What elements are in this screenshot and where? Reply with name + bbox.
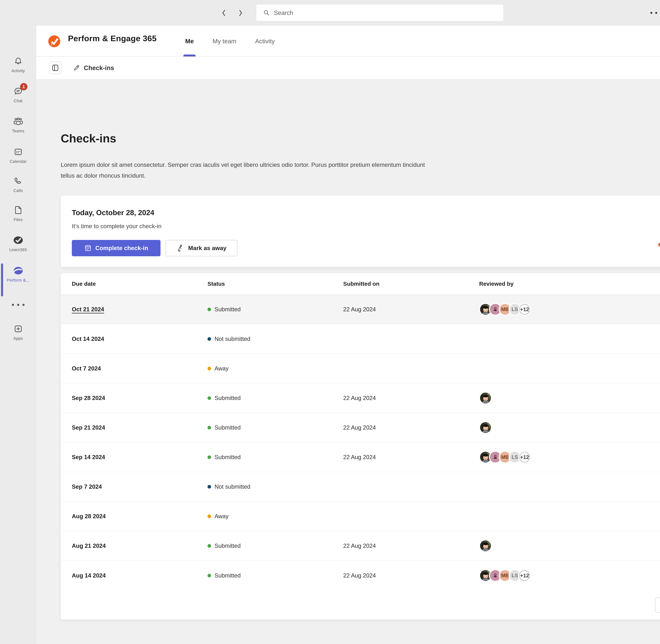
- col-submitted-on: Submitted on: [343, 280, 479, 287]
- bell-icon: [14, 55, 23, 67]
- titlebar-more-button[interactable]: [651, 12, 660, 14]
- app-header: Perform & Engage 365 MeMy teamActivity: [36, 26, 660, 56]
- sidebar-item-apps[interactable]: Apps: [0, 323, 36, 341]
- status-dot-icon: [207, 485, 211, 488]
- search-icon: [263, 9, 270, 16]
- due-date-cell[interactable]: Sep 28 2024: [72, 395, 207, 401]
- complete-checkin-button[interactable]: Complete check-in: [72, 240, 160, 256]
- tab-my-team[interactable]: My team: [212, 26, 236, 56]
- reviewer-photo-avatar: [479, 539, 492, 552]
- reviewers-cell: [479, 421, 660, 434]
- col-reviewed-by: Reviewed by: [479, 280, 660, 287]
- tab-activity[interactable]: Activity: [255, 26, 275, 56]
- status-cell: Away: [207, 365, 343, 372]
- sidebar-item-label: Calendar: [9, 159, 27, 164]
- sidebar-item-calls[interactable]: Calls: [0, 176, 36, 193]
- apps-icon: [14, 323, 23, 335]
- due-date-cell[interactable]: Sep 7 2024: [72, 483, 207, 490]
- due-date-cell[interactable]: Oct 14 2024: [72, 336, 207, 342]
- checkins-tab-label: Check-ins: [84, 64, 114, 71]
- sidebar-item-teams[interactable]: Teams: [0, 116, 36, 133]
- sidebar-item-perform[interactable]: Perform &...: [0, 265, 36, 283]
- teams-icon: [13, 116, 23, 127]
- table-rows: Oct 21 2024 Submitted 22 Aug 2024 MBLS+1…: [61, 295, 660, 590]
- table-row[interactable]: Aug 21 2024 Submitted 22 Aug 2024: [61, 531, 660, 561]
- sidebar-item-calendar[interactable]: Calendar: [0, 146, 36, 164]
- col-due-date: Due date: [72, 280, 207, 287]
- table-row[interactable]: Oct 7 2024 Away: [61, 354, 660, 383]
- submitted-on-cell: 22 Aug 2024: [343, 454, 479, 460]
- sidebar-item-chat[interactable]: 1Chat: [0, 86, 36, 103]
- due-date-cell[interactable]: Oct 21 2024: [72, 306, 207, 313]
- calendar-icon: [14, 146, 23, 158]
- sidebar-item-files[interactable]: Files: [0, 204, 36, 222]
- phone-icon: [14, 176, 23, 187]
- mark-as-away-button[interactable]: Mark as away: [165, 240, 237, 256]
- sidebar-item-activity[interactable]: Activity: [0, 55, 36, 73]
- submitted-on-cell: 22 Aug 2024: [343, 306, 479, 313]
- search-bar[interactable]: [256, 4, 504, 21]
- status-cell: Submitted: [207, 306, 343, 313]
- sidebar-item-more[interactable]: [0, 299, 36, 310]
- prev-page-button[interactable]: [655, 598, 660, 613]
- table-row[interactable]: Sep 14 2024 Submitted 22 Aug 2024 MBLS+1…: [61, 442, 660, 472]
- status-dot-icon: [207, 574, 211, 577]
- today-card-subtitle: It’s time to complete your check-in: [72, 223, 161, 230]
- sidebar-item-label: Activity: [12, 68, 25, 73]
- status-cell: Submitted: [207, 424, 343, 431]
- perform-icon: [13, 265, 23, 276]
- table-row[interactable]: Oct 21 2024 Submitted 22 Aug 2024 MBLS+1…: [61, 295, 660, 324]
- woman-illustration: [655, 210, 660, 267]
- status-dot-icon: [207, 514, 211, 518]
- table-row[interactable]: Aug 14 2024 Submitted 22 Aug 2024 MBLS+1…: [61, 561, 660, 590]
- due-date-cell[interactable]: Oct 7 2024: [72, 365, 207, 372]
- submitted-on-cell: 22 Aug 2024: [343, 572, 479, 579]
- submitted-on-cell: 22 Aug 2024: [343, 424, 479, 431]
- dots-icon: [12, 299, 25, 310]
- toggle-sidebar-button[interactable]: [49, 62, 61, 74]
- due-date-cell[interactable]: Sep 21 2024: [72, 424, 207, 431]
- reviewers-cell: MBLS+12: [479, 303, 660, 316]
- search-input[interactable]: [274, 9, 472, 16]
- status-cell: Away: [207, 513, 343, 520]
- active-item-indicator: [1, 263, 3, 296]
- title-bar: [0, 0, 660, 26]
- app-frame: Perform & Engage 365 MeMy teamActivity C…: [36, 26, 660, 644]
- reviewer-photo-avatar: [479, 392, 492, 404]
- app-title: Perform & Engage 365: [68, 33, 157, 43]
- checkins-tab[interactable]: Check-ins: [73, 64, 114, 71]
- reviewer-overflow-badge[interactable]: +12: [518, 303, 531, 316]
- status-cell: Submitted: [207, 395, 343, 401]
- due-date-cell[interactable]: Aug 14 2024: [72, 572, 207, 579]
- learn-icon: [13, 234, 23, 246]
- sidebar-item-label: Learn365: [9, 248, 27, 252]
- nav-back-button[interactable]: [220, 8, 228, 18]
- sidebar-item-label: Apps: [13, 336, 23, 341]
- due-date-cell[interactable]: Sep 14 2024: [72, 454, 207, 460]
- pagination: 12: [655, 597, 660, 613]
- table-row[interactable]: Sep 28 2024 Submitted 22 Aug 2024: [61, 383, 660, 413]
- table-row[interactable]: Sep 21 2024 Submitted 22 Aug 2024: [61, 413, 660, 442]
- table-row[interactable]: Oct 14 2024 Not submitted: [61, 324, 660, 354]
- status-cell: Submitted: [207, 454, 343, 460]
- table-row[interactable]: Aug 28 2024 Away: [61, 502, 660, 531]
- reviewer-overflow-badge[interactable]: +12: [518, 569, 531, 582]
- tab-me[interactable]: Me: [185, 26, 194, 56]
- reviewer-overflow-badge[interactable]: +12: [518, 451, 531, 463]
- reviewers-cell: MBLS+12: [479, 569, 660, 582]
- status-dot-icon: [207, 426, 211, 430]
- status-dot-icon: [207, 544, 211, 548]
- sidebar-item-learn365[interactable]: Learn365: [0, 234, 36, 252]
- nav-forward-button[interactable]: [237, 8, 244, 18]
- sidebar-item-label: Calls: [14, 188, 23, 193]
- due-date-cell[interactable]: Aug 28 2024: [72, 513, 207, 520]
- app-tabs: MeMy teamActivity: [185, 26, 275, 56]
- page-content: Check-ins Lorem ipsum dolor sit amet con…: [36, 79, 660, 644]
- reviewers-cell: [479, 392, 660, 404]
- file-icon: [14, 204, 23, 216]
- channel-toolbar: Check-ins: [36, 57, 660, 79]
- table-row[interactable]: Sep 7 2024 Not submitted: [61, 472, 660, 502]
- sidebar-item-label: Chat: [14, 98, 23, 103]
- due-date-cell[interactable]: Aug 21 2024: [72, 543, 207, 549]
- col-status: Status: [207, 280, 343, 287]
